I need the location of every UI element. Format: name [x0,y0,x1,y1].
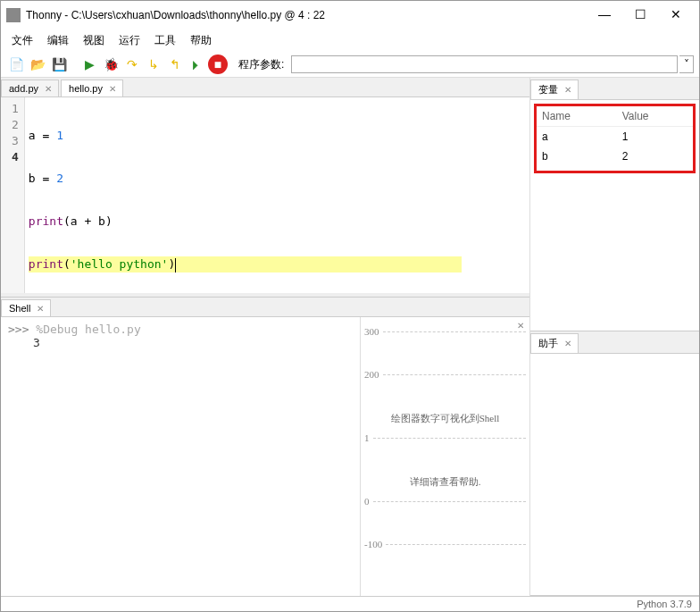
stop-icon[interactable]: ■ [208,54,228,74]
tab-add-py[interactable]: add.py ✕ [1,80,59,96]
close-icon[interactable]: ✕ [562,339,574,348]
tab-shell[interactable]: Shell ✕ [1,299,51,316]
minimize-button[interactable] [587,4,622,26]
close-icon[interactable]: ✕ [562,85,574,95]
maximize-button[interactable] [622,4,658,26]
tab-label: add.py [9,83,38,94]
col-value[interactable]: Value [617,106,693,127]
table-row[interactable]: b 2 [537,147,693,166]
plotter-panel: ✕ 300 200 绘图器数字可视化到Shell 1 详细请查看帮助. 0 -1… [360,317,529,596]
menu-bar: 文件 编辑 视图 运行 工具 帮助 [1,29,699,52]
shell-tab-bar: Shell ✕ [1,298,529,317]
resume-icon[interactable]: ⏵ [187,54,206,74]
col-name[interactable]: Name [537,106,617,127]
open-file-icon[interactable]: 📂 [28,54,47,74]
menu-edit[interactable]: 编辑 [40,31,76,50]
variables-table: Name Value a 1 b 2 [537,106,693,166]
tab-label: 助手 [538,337,558,350]
window-title: Thonny - C:\Users\cxhuan\Downloads\thonn… [26,9,325,21]
menu-tools[interactable]: 工具 [147,31,183,50]
shell-output[interactable]: >>> %Debug hello.py 3 [1,317,360,596]
tab-label: 变量 [538,83,558,96]
program-args-input[interactable] [291,55,678,73]
step-out-icon[interactable]: ↰ [165,54,185,74]
code-editor[interactable]: 1 2 3 4 a = 1 b = 2 print(a + b) print('… [1,97,529,293]
toolbar: 📄 📂 💾 ▶ 🐞 ↷ ↳ ↰ ⏵ ■ 程序参数: ˅ [1,52,699,78]
close-icon[interactable]: ✕ [517,321,524,331]
menu-view[interactable]: 视图 [76,31,112,50]
save-file-icon[interactable]: 💾 [49,54,69,74]
debug-icon[interactable]: 🐞 [101,54,121,74]
variables-highlight-box: Name Value a 1 b 2 [534,104,696,173]
close-icon[interactable]: ✕ [34,304,46,314]
title-bar: Thonny - C:\Users\cxhuan\Downloads\thonn… [1,1,699,29]
step-into-icon[interactable]: ↳ [144,54,163,74]
program-args-dropdown[interactable]: ˅ [679,55,694,73]
tab-label: Shell [9,303,30,314]
param-label: 程序参数: [238,57,284,72]
menu-file[interactable]: 文件 [4,31,40,50]
close-button[interactable] [658,4,694,26]
close-icon[interactable]: ✕ [42,84,54,94]
step-over-icon[interactable]: ↷ [122,54,142,74]
plotter-message: 绘图器数字可视化到Shell [364,412,526,425]
assistant-tab-bar: 助手 ✕ [530,331,699,354]
menu-run[interactable]: 运行 [112,31,147,50]
menu-help[interactable]: 帮助 [183,31,219,50]
close-icon[interactable]: ✕ [106,84,119,94]
status-bar: Python 3.7.9 [1,596,699,611]
separator [71,54,78,74]
editor-tab-bar: add.py ✕ hello.py ✕ [1,78,529,97]
python-version: Python 3.7.9 [637,599,692,609]
tab-label: hello.py [69,83,103,94]
variables-tab-bar: 变量 ✕ [530,78,699,100]
line-gutter: 1 2 3 4 [1,97,25,293]
new-file-icon[interactable]: 📄 [6,54,26,74]
tab-assistant[interactable]: 助手 ✕ [530,333,579,353]
run-icon[interactable]: ▶ [79,54,99,74]
code-content[interactable]: a = 1 b = 2 print(a + b) print('hello py… [25,97,529,293]
shell-result: 3 [8,336,353,349]
text-cursor [175,258,176,272]
app-icon [6,8,21,22]
assistant-body [530,354,699,595]
plotter-help: 详细请查看帮助. [364,475,526,489]
tab-variables[interactable]: 变量 ✕ [530,80,579,99]
table-row[interactable]: a 1 [537,127,693,147]
tab-hello-py[interactable]: hello.py ✕ [61,80,123,96]
